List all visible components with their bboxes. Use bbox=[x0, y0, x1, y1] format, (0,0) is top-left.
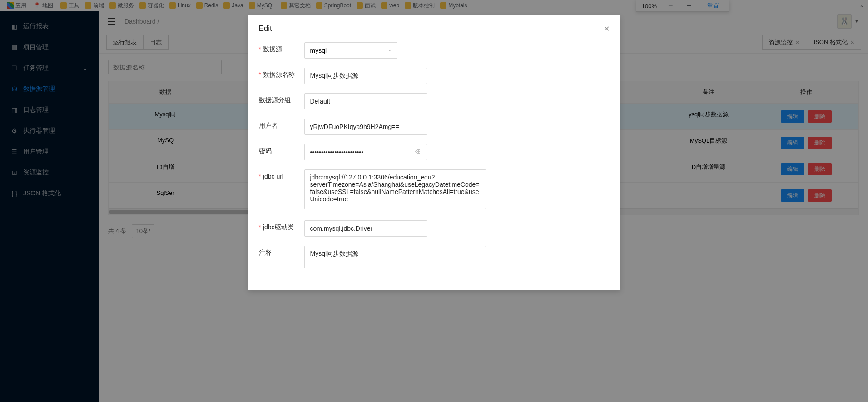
label-jdbcdriver: jdbc驱动类 bbox=[259, 220, 304, 232]
label-password: 密码 bbox=[259, 144, 304, 155]
label-dsname: 数据源名称 bbox=[259, 68, 304, 79]
label-comment: 注释 bbox=[259, 246, 304, 257]
modal-close-icon[interactable]: ✕ bbox=[604, 25, 610, 33]
username-input[interactable] bbox=[304, 119, 427, 135]
modal-title: Edit bbox=[259, 24, 272, 33]
label-jdbcurl: jdbc url bbox=[259, 169, 304, 180]
password-input[interactable] bbox=[304, 144, 427, 160]
edit-modal: Edit ✕ 数据源 mysql 数据源名称 数据源分组 用户名 密码 👁 jd bbox=[248, 15, 620, 290]
datasource-select[interactable]: mysql bbox=[304, 42, 397, 59]
eye-icon[interactable]: 👁 bbox=[415, 148, 422, 156]
jdbcurl-textarea[interactable] bbox=[304, 169, 486, 209]
label-datasource: 数据源 bbox=[259, 42, 304, 54]
jdbcdriver-input[interactable] bbox=[304, 220, 427, 237]
comment-textarea[interactable] bbox=[304, 246, 486, 268]
label-username: 用户名 bbox=[259, 119, 304, 130]
dsgroup-input[interactable] bbox=[304, 93, 427, 109]
label-dsgroup: 数据源分组 bbox=[259, 93, 304, 104]
dsname-input[interactable] bbox=[304, 68, 427, 84]
